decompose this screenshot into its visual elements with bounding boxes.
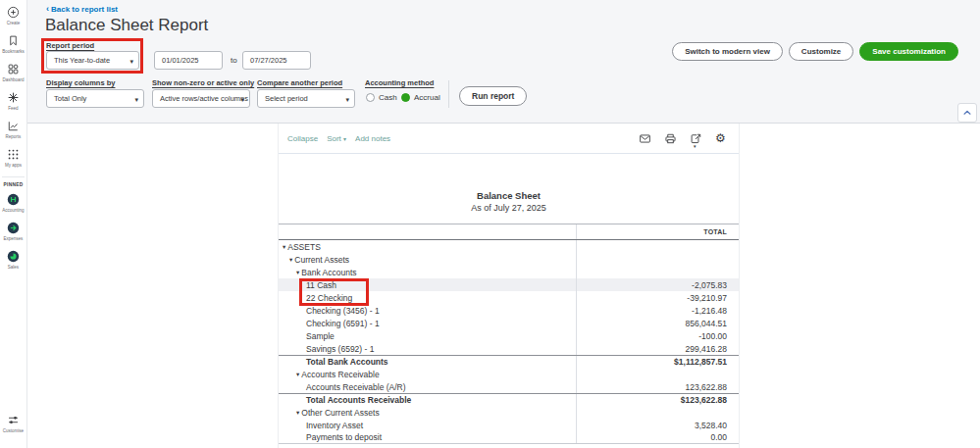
collapse-caret-icon[interactable]: ▾ (296, 371, 299, 378)
sidebar-item-label: My apps (5, 163, 22, 168)
export-icon[interactable]: ▾ (690, 132, 702, 145)
pinned-item-expenses[interactable]: Expenses (0, 222, 26, 241)
toolbar-link-collapse[interactable]: Collapse (287, 134, 318, 143)
table-row-current-assets[interactable]: ▾Current Assets (279, 253, 739, 266)
cash-radio[interactable]: Cash (366, 93, 397, 102)
row-label: Sample (306, 331, 335, 341)
table-row-total-bank-accounts[interactable]: Total Bank Accounts $1,112,857.51 (279, 355, 739, 368)
table-row-accounts-receivable[interactable]: ▾Accounts Receivable (279, 368, 739, 380)
left-sidebar: Create Bookmarks Dashboard Feed Reports … (0, 0, 27, 448)
report-period-dropdown[interactable]: This Year-to-date▾ (46, 51, 139, 70)
toolbar-link-sort[interactable]: Sort ▾ (327, 134, 346, 143)
report-table-body: ▾ASSETS ▾Current Assets ▾Bank Accounts 1… (279, 240, 739, 444)
date-separator-label: to (231, 56, 237, 65)
back-to-report-list-link[interactable]: ‹Back to report list (46, 4, 118, 14)
email-icon[interactable] (639, 132, 651, 145)
compare-period-dropdown[interactable]: Select period▾ (257, 89, 355, 108)
settings-icon[interactable]: ⚙ (715, 132, 728, 145)
row-label: Checking (6591) - 1 (306, 319, 380, 328)
row-label-cell: 22 Checking (279, 291, 577, 304)
table-row-other-current-assets[interactable]: ▾Other Current Assets (279, 406, 739, 419)
table-row-checking-6591-1[interactable]: Checking (6591) - 1 856,044.51 (279, 317, 739, 329)
customize-button[interactable]: Customize (789, 42, 853, 61)
table-row-assets[interactable]: ▾ASSETS (279, 240, 739, 253)
sliders-icon (7, 414, 20, 426)
row-label-cell: ▾Current Assets (279, 253, 577, 266)
report-period-label: Report period (46, 41, 94, 50)
save-customization-button[interactable]: Save customization (859, 42, 958, 61)
collapse-caret-icon[interactable]: ▾ (296, 269, 299, 276)
sidebar-item-dashboard[interactable]: Dashboard (0, 63, 26, 82)
report-header-band: ‹Back to report list Balance Sheet Repor… (27, 0, 980, 124)
collapse-caret-icon[interactable]: ▾ (289, 256, 292, 264)
sidebar-footer: Customise (0, 414, 26, 442)
row-label-cell: Total Bank Accounts (279, 356, 577, 368)
row-label-cell: ▾ASSETS (279, 240, 577, 253)
plus-circle-icon (7, 6, 20, 19)
table-row-accounts-receivable-a-r-[interactable]: Accounts Receivable (A/R) 123,622.88 (279, 380, 739, 393)
collapse-caret-icon[interactable]: ▾ (283, 243, 285, 251)
start-date-input[interactable]: 01/01/2025 (154, 51, 223, 70)
report-title: Balance Sheet (279, 190, 739, 202)
total-column-header: TOTAL (577, 228, 739, 235)
table-row-11-cash[interactable]: 11 Cash -2,075.83 (279, 278, 739, 291)
row-label: ASSETS (287, 242, 321, 252)
sidebar-item-my-apps[interactable]: My apps (0, 148, 26, 168)
row-value: -2,075.83 (577, 280, 739, 290)
radio-circle-icon[interactable] (366, 93, 375, 102)
table-row-payments-to-deposit[interactable]: Payments to deposit 0.00 (279, 431, 739, 444)
row-value: 856,044.51 (577, 319, 739, 328)
table-row-22-checking[interactable]: 22 Checking -39,210.97 (279, 291, 739, 304)
chevron-down-icon: ▾ (134, 91, 138, 108)
row-value: -1,216.48 (577, 306, 739, 316)
row-label: Payments to deposit (306, 432, 382, 442)
end-date-input[interactable]: 07/27/2025 (242, 51, 311, 70)
run-report-button[interactable]: Run report (459, 86, 527, 106)
show-nonzero-label: Show non-zero or active only (152, 78, 254, 87)
sidebar-item-bookmarks[interactable]: Bookmarks (0, 34, 26, 54)
pinned-item-accounting[interactable]: Accounting (0, 193, 26, 213)
sidebar-item-create[interactable]: Create (0, 6, 26, 25)
report-toolbar: CollapseSort ▾Add notes ▾⚙ (279, 124, 739, 154)
sidebar-item-customise[interactable]: Customise (0, 414, 26, 433)
table-row-inventory-asset[interactable]: Inventory Asset 3,528.40 (279, 419, 739, 431)
sidebar-item-label: Feed (8, 106, 18, 111)
chevron-down-icon: ▾ (345, 91, 349, 108)
table-row-bank-accounts[interactable]: ▾Bank Accounts (279, 266, 739, 278)
sidebar-pinned-items: Accounting Expenses Sales (0, 191, 26, 270)
expenses-circle-icon (7, 222, 20, 234)
sidebar-item-label: Customise (3, 428, 24, 433)
print-icon[interactable] (664, 132, 677, 145)
table-row-checking-3456-1[interactable]: Checking (3456) - 1 -1,216.48 (279, 304, 739, 317)
switch-to-modern-view-button[interactable]: Switch to modern view (672, 42, 783, 61)
pinned-item-sales[interactable]: Sales (0, 250, 26, 270)
sidebar-item-label: Sales (8, 265, 19, 270)
chevron-down-icon: ▾ (343, 136, 346, 142)
row-value: -100.00 (577, 331, 739, 341)
filters-divider (448, 80, 449, 108)
table-row-total-accounts-receivable[interactable]: Total Accounts Receivable $123,622.88 (279, 393, 739, 406)
accrual-radio[interactable]: Accrual (401, 93, 440, 102)
row-value: -39,210.97 (577, 293, 739, 303)
sidebar-main-items: Create Bookmarks Dashboard Feed Reports … (0, 0, 26, 168)
row-value: $1,112,857.51 (577, 357, 739, 367)
toolbar-link-add-notes[interactable]: Add notes (355, 134, 390, 143)
sidebar-item-reports[interactable]: Reports (0, 120, 26, 139)
row-value: 299,416.28 (577, 344, 739, 354)
row-label-cell: Checking (6591) - 1 (279, 317, 577, 329)
collapse-caret-icon[interactable]: ▾ (296, 409, 299, 417)
row-label-cell: ▾Other Current Assets (279, 406, 577, 419)
row-label-cell: Inventory Asset (279, 419, 577, 431)
accrual-radio-label: Accrual (414, 93, 440, 102)
cash-radio-label: Cash (379, 93, 397, 102)
chevron-down-icon: ▾ (694, 143, 696, 149)
table-row-sample[interactable]: Sample -100.00 (279, 329, 739, 342)
sidebar-item-feed[interactable]: Feed (0, 91, 26, 111)
collapse-filters-button[interactable] (957, 103, 977, 123)
table-row-savings-6592-1[interactable]: Savings (6592) - 1 299,416.28 (279, 342, 739, 355)
show-nonzero-dropdown[interactable]: Active rows/active columns▾ (152, 89, 250, 108)
radio-circle-icon[interactable] (401, 93, 410, 102)
page-title: Balance Sheet Report (45, 16, 208, 35)
row-label: Accounts Receivable (A/R) (306, 382, 406, 392)
display-columns-by-dropdown[interactable]: Total Only▾ (46, 89, 144, 108)
